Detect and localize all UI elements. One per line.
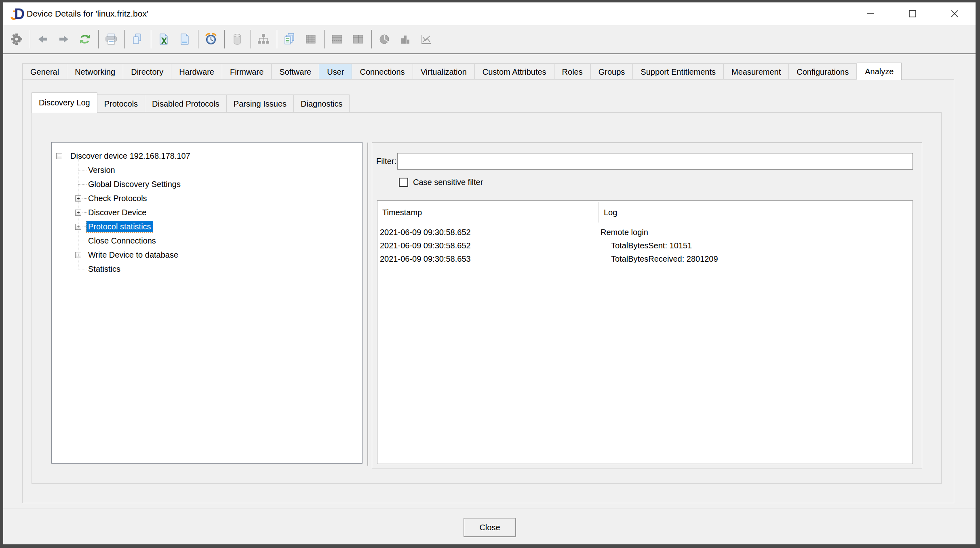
tree-line xyxy=(78,269,87,269)
refresh-icon[interactable] xyxy=(76,29,94,49)
tree-item-label[interactable]: Discover device 192.168.178.107 xyxy=(70,151,190,162)
table-row[interactable]: 2021-06-09 09:30:58.652 Remote login xyxy=(377,226,913,239)
tree-item-label[interactable]: Write Device to database xyxy=(88,250,178,260)
tree-item-discover-device[interactable]: Discover Device xyxy=(52,206,361,220)
tab-directory[interactable]: Directory xyxy=(123,63,171,80)
maximize-button[interactable] xyxy=(891,2,934,25)
split-vertical-icon xyxy=(349,29,367,49)
filter-input[interactable] xyxy=(397,153,913,170)
copy-icon[interactable] xyxy=(128,29,147,49)
table-row[interactable]: 2021-06-09 09:30:58.653 TotalBytesReceiv… xyxy=(377,252,913,266)
tree-line xyxy=(78,170,87,170)
tree-item-write-device-to-database[interactable]: Write Device to database xyxy=(52,248,361,262)
logo-letter-d: D xyxy=(14,6,25,23)
minimize-button[interactable] xyxy=(849,2,891,25)
forward-arrow-icon[interactable] xyxy=(55,29,73,49)
column-divider[interactable] xyxy=(598,202,599,223)
database-icon xyxy=(228,29,247,49)
pie-chart-icon xyxy=(375,29,394,49)
back-arrow-icon[interactable] xyxy=(34,29,52,49)
toolbar-separator xyxy=(124,30,125,48)
bar-chart-icon xyxy=(396,29,415,49)
expand-icon[interactable] xyxy=(75,195,81,202)
tab-custom-attributes[interactable]: Custom Attributes xyxy=(475,63,554,80)
tree-item-close-connections[interactable]: Close Connections xyxy=(52,234,361,248)
table-grid-icon xyxy=(301,29,320,49)
tree-item-protocol-statistics[interactable]: Protocol statistics xyxy=(52,220,361,234)
tree-item-global-discovery-settings[interactable]: Global Discovery Settings xyxy=(52,177,361,191)
tree-item-check-protocols[interactable]: Check Protocols xyxy=(52,191,361,206)
line-chart-icon xyxy=(417,29,436,49)
subtab-disabled-protocols[interactable]: Disabled Protocols xyxy=(145,94,227,112)
tab-configurations[interactable]: Configurations xyxy=(789,63,857,80)
topology-icon[interactable] xyxy=(254,29,273,49)
subtab-discovery-log[interactable]: Discovery Log xyxy=(32,92,97,113)
tree-item-version[interactable]: Version xyxy=(52,163,361,177)
print-icon[interactable] xyxy=(102,29,120,49)
tree-item-label[interactable]: Close Connections xyxy=(88,235,156,246)
table-row[interactable]: 2021-06-09 09:30:58.652 TotalBytesSent: … xyxy=(377,239,913,252)
settings-gear-icon[interactable] xyxy=(7,29,26,49)
discovery-tree-panel: Discover device 192.168.178.107 Version … xyxy=(51,142,362,464)
tab-networking[interactable]: Networking xyxy=(67,63,123,80)
export-excel-icon[interactable] xyxy=(154,29,173,49)
schedule-alarm-icon[interactable] xyxy=(202,29,220,49)
filter-label: Filter: xyxy=(376,153,396,170)
footer-separator xyxy=(3,508,976,508)
tree-item-label[interactable]: Version xyxy=(88,165,115,176)
tab-groups[interactable]: Groups xyxy=(591,63,633,80)
expand-icon[interactable] xyxy=(75,224,81,230)
tree-line xyxy=(82,212,87,213)
device-details-window: J D Device Details for 'linux.fritz.box' xyxy=(3,2,976,544)
expand-icon[interactable] xyxy=(75,252,81,258)
log-table: Timestamp Log 2021-06-09 09:30:58.652 Re… xyxy=(377,200,913,464)
window-title: Device Details for 'linux.fritz.box' xyxy=(27,2,148,25)
close-button[interactable]: Close xyxy=(464,518,516,537)
tab-analyze[interactable]: Analyze xyxy=(857,63,902,80)
tab-firmware[interactable]: Firmware xyxy=(222,63,272,80)
timestamp-cell: 2021-06-09 09:30:58.653 xyxy=(380,252,471,266)
tab-user[interactable]: User xyxy=(319,63,352,80)
tree-root-row[interactable]: Discover device 192.168.178.107 xyxy=(52,149,361,163)
column-header-timestamp[interactable]: Timestamp xyxy=(382,201,422,224)
panel-splitter[interactable] xyxy=(367,143,368,466)
tab-virtualization[interactable]: Virtualization xyxy=(413,63,475,80)
tree-item-label[interactable]: Check Protocols xyxy=(88,193,147,204)
tree-line xyxy=(82,198,87,199)
expand-icon[interactable] xyxy=(75,210,81,216)
tab-hardware[interactable]: Hardware xyxy=(171,63,222,80)
tab-support-entitlements[interactable]: Support Entitlements xyxy=(633,63,724,80)
tab-software[interactable]: Software xyxy=(272,63,319,80)
tab-connections[interactable]: Connections xyxy=(352,63,413,80)
subtab-parsing-issues[interactable]: Parsing Issues xyxy=(227,94,294,112)
toolbar-separator xyxy=(371,30,372,48)
tree-item-label[interactable]: Statistics xyxy=(88,264,120,275)
case-sensitive-checkbox[interactable] xyxy=(399,178,408,187)
timestamp-cell: 2021-06-09 09:30:58.652 xyxy=(380,226,471,239)
tree-line xyxy=(82,255,87,255)
log-cell: TotalBytesReceived: 2801209 xyxy=(611,252,718,266)
collapse-icon[interactable] xyxy=(56,153,62,159)
analyze-sub-tab-bar: Discovery Log Protocols Disabled Protoco… xyxy=(32,92,350,112)
export-document-icon[interactable] xyxy=(175,29,194,49)
tree-item-statistics[interactable]: Statistics xyxy=(52,262,361,276)
tree-item-label[interactable]: Global Discovery Settings xyxy=(88,179,181,190)
tree-line xyxy=(62,156,70,156)
toolbar-separator xyxy=(277,30,277,48)
tab-general[interactable]: General xyxy=(22,63,67,80)
reports-stack-icon[interactable] xyxy=(280,29,299,49)
toolbar-separator xyxy=(198,30,198,48)
toolbar-separator xyxy=(251,30,251,48)
tree-line xyxy=(78,241,87,241)
tab-measurement[interactable]: Measurement xyxy=(724,63,789,80)
close-window-button[interactable] xyxy=(934,2,976,25)
tab-roles[interactable]: Roles xyxy=(554,63,591,80)
tree-item-label-selected[interactable]: Protocol statistics xyxy=(86,221,153,232)
column-header-log[interactable]: Log xyxy=(604,201,617,224)
minimize-icon xyxy=(866,9,875,18)
subtab-diagnostics[interactable]: Diagnostics xyxy=(294,94,350,112)
tree-item-label[interactable]: Discover Device xyxy=(88,207,146,218)
subtab-protocols[interactable]: Protocols xyxy=(97,94,145,112)
log-detail-panel: Filter: Case sensitive filter Timestamp … xyxy=(372,143,922,468)
close-icon xyxy=(950,9,959,18)
